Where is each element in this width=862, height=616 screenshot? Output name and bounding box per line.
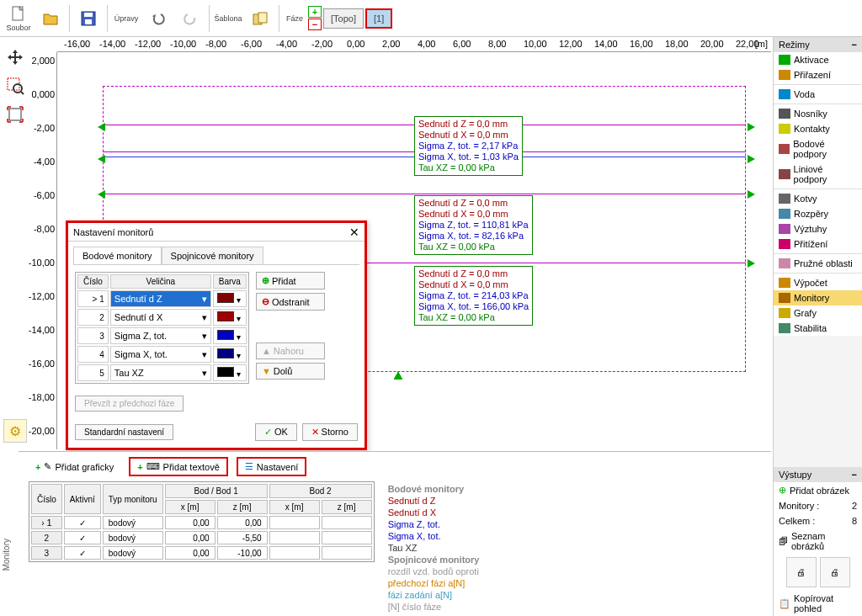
support-icon <box>748 155 755 163</box>
tab-point-monitors[interactable]: Bodové monitory <box>73 247 162 264</box>
svg-rect-2 <box>84 13 93 17</box>
mode-vyztuhy[interactable]: Výztuhy <box>774 221 862 236</box>
mode-grafy[interactable]: Grafy <box>774 305 862 321</box>
picture-list-button[interactable]: 🗐Seznam obrázků <box>774 528 862 554</box>
close-icon[interactable]: ✕ <box>349 226 359 239</box>
svg-point-7 <box>13 84 22 93</box>
cancel-button[interactable]: ✕ Storno <box>302 423 358 441</box>
edit-button[interactable]: Úpravy <box>111 3 141 35</box>
ok-button[interactable]: ✓ OK <box>255 423 297 441</box>
table-row[interactable]: 3Sigma Z, tot. ▾ ▾ <box>77 327 247 344</box>
mode-nosniky[interactable]: Nosníky <box>774 106 862 121</box>
settings-gear-icon[interactable]: ⚙ <box>3 419 27 443</box>
support-icon <box>98 123 105 131</box>
dialog-tabs: Bodové monitory Spojnicové monitory <box>73 247 359 265</box>
mode-stabilita[interactable]: Stabilita <box>774 321 862 336</box>
mode-monitory[interactable]: Monitory <box>774 290 862 305</box>
tab-line-monitors[interactable]: Spojnicové monitory <box>162 247 263 264</box>
copy-view-button[interactable]: 📋Kopírovat pohled <box>774 591 862 616</box>
settings-button[interactable]: ☰ Nastavení <box>237 457 307 476</box>
table-row[interactable]: 3✓bodový0,00-10,00 <box>31 546 372 560</box>
mode-pruzne[interactable]: Pružné oblasti <box>774 256 862 271</box>
phase-remove-icon[interactable]: − <box>308 19 322 30</box>
modes-list: Aktivace Přiřazení Voda Nosníky Kontakty… <box>774 52 862 336</box>
edit-label: Úpravy <box>114 14 139 23</box>
table-row[interactable]: 2✓bodový0,00-5,50 <box>31 531 372 544</box>
monitors-count: Monitory :2 <box>774 498 862 513</box>
zoom-select-icon[interactable] <box>3 74 27 98</box>
phase-add-remove: + − <box>308 6 322 30</box>
mode-voda[interactable]: Voda <box>774 87 862 102</box>
right-sidebar: Režimy− Aktivace Přiřazení Voda Nosníky … <box>773 37 862 616</box>
bottom-toolbar: +✎ Přidat graficky +⌨ Přidat textově ☰ N… <box>19 452 771 481</box>
add-picture-button[interactable]: ⊕Přidat obrázek <box>774 482 862 498</box>
copy-button[interactable] <box>245 3 275 35</box>
table-row[interactable]: › 1✓bodový0,000,00 <box>31 516 372 529</box>
mode-lin-podpory[interactable]: Liniové podpory <box>774 162 862 187</box>
remove-button[interactable]: ⊖Odstranit <box>256 293 325 311</box>
table-row[interactable]: 5Tau XZ ▾ ▾ <box>77 364 247 381</box>
dialog-side-buttons: ⊕Přidat ⊖Odstranit ▲Nahoru ▼Dolů <box>256 272 325 384</box>
mode-aktivace[interactable]: Aktivace <box>774 52 862 67</box>
template-label: Šablona <box>214 14 242 23</box>
support-icon <box>748 190 755 199</box>
save-button[interactable] <box>73 3 104 35</box>
phase-add-icon[interactable]: + <box>308 6 322 18</box>
side-tab-label[interactable]: Monitory <box>2 539 11 571</box>
template-button[interactable]: Šablona <box>213 3 243 35</box>
support-icon <box>748 259 755 268</box>
left-toolbar <box>0 40 30 126</box>
monitor-quantities-table: ČísloVeličinaBarva > 1Sednutí d Z ▾ ▾ 2S… <box>75 272 249 384</box>
ruler-horizontal: [m] -16,00-14,00-12,00-10,00-8,00-6,00-4… <box>57 37 771 52</box>
add-graphically-button[interactable]: +✎ Přidat graficky <box>29 459 120 475</box>
mode-pritizeni[interactable]: Přitížení <box>774 236 862 252</box>
move-up-button[interactable]: ▲Nahoru <box>256 343 325 359</box>
col-pt1: Bod / Bod 1 <box>165 484 268 498</box>
minimize-icon[interactable]: − <box>852 470 857 480</box>
col-active: Aktivní <box>64 484 101 514</box>
print-buttons: 🖨 🖨 <box>774 554 862 591</box>
dialog-titlebar: Nastavení monitorů ✕ <box>68 223 364 242</box>
col-quantity: Veličina <box>110 274 211 289</box>
pan-icon[interactable] <box>3 45 27 69</box>
outputs-panel: Výstupy− ⊕Přidat obrázek Monitory :2 Cel… <box>774 467 862 616</box>
monitor-readout-3: Sednutí d Z = 0,0 mmSednutí d X = 0,0 mm… <box>414 266 533 326</box>
print-color-icon[interactable]: 🖨 <box>820 557 850 587</box>
table-row[interactable]: > 1Sednutí d Z ▾ ▾ <box>77 290 247 307</box>
add-button[interactable]: ⊕Přidat <box>256 272 325 289</box>
monitor-settings-dialog: Nastavení monitorů ✕ Bodové monitory Spo… <box>66 220 367 450</box>
monitor-readout-2: Sednutí d Z = 0,0 mmSednutí d X = 0,0 mm… <box>414 195 533 255</box>
ruler-vertical: 2,0000,000-2,00-4,00-6,00-8,00-10,00-12,… <box>34 52 57 449</box>
new-file-button[interactable]: Soubor <box>3 3 34 35</box>
bottom-panel: +✎ Přidat graficky +⌨ Přidat textově ☰ N… <box>19 451 771 616</box>
fit-view-icon[interactable] <box>3 103 27 126</box>
monitor-readout-1: Sednutí d Z = 0,0 mmSednutí d X = 0,0 mm… <box>414 116 523 176</box>
mode-vypocet[interactable]: Výpočet <box>774 275 862 290</box>
col-number: Číslo <box>77 274 109 289</box>
mode-bod-podpory[interactable]: Bodové podpory <box>774 136 862 162</box>
table-row[interactable]: 4Sigma X, tot. ▾ ▾ <box>77 346 247 363</box>
support-icon <box>98 155 105 163</box>
mode-kotvy[interactable]: Kotvy <box>774 191 862 206</box>
mode-kontakty[interactable]: Kontakty <box>774 121 862 136</box>
mode-prirazeni[interactable]: Přiřazení <box>774 67 862 82</box>
undo-button[interactable] <box>143 3 173 35</box>
move-down-button[interactable]: ▼Dolů <box>256 363 325 380</box>
col-type: Typ monitoru <box>103 484 163 514</box>
separator <box>279 5 279 32</box>
file-label: Soubor <box>6 24 30 32</box>
minimize-icon[interactable]: − <box>852 40 857 50</box>
phase-topo-button[interactable]: [Topo] <box>323 8 364 29</box>
print-icon[interactable]: 🖨 <box>786 557 817 587</box>
table-row[interactable]: 2Sednutí d X ▾ ▾ <box>77 309 247 326</box>
mode-rozpery[interactable]: Rozpěry <box>774 206 862 221</box>
phase-label-button: Fáze <box>283 3 306 35</box>
add-text-button[interactable]: +⌨ Přidat textově <box>129 457 228 476</box>
std-settings-button[interactable]: Standardní nastavení <box>75 424 173 440</box>
phase-1-button[interactable]: [1] <box>365 8 392 29</box>
prev-phase-button[interactable]: Převzít z předchozí fáze <box>75 396 184 412</box>
separator <box>209 5 210 32</box>
redo-button[interactable] <box>175 3 205 35</box>
support-icon <box>98 190 105 199</box>
open-file-button[interactable] <box>35 3 66 35</box>
